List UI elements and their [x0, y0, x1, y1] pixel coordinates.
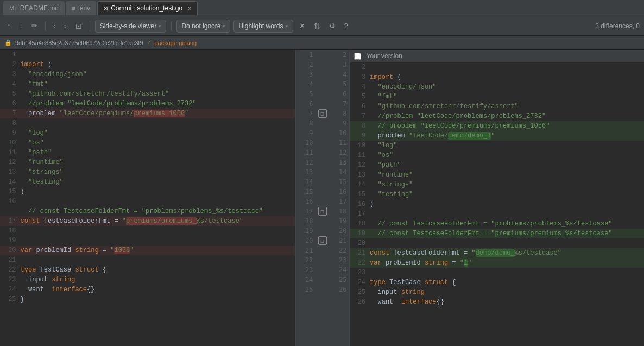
help-button[interactable]: ?	[342, 20, 351, 32]
table-row: 24type TestCase struct {	[350, 278, 645, 287]
table-row: 3import (	[350, 72, 645, 82]
chevron-icon3: ▾	[286, 23, 288, 29]
center-line: 13·14	[296, 167, 349, 177]
table-row: 11 "path"	[0, 148, 295, 158]
table-row: 11 "os"	[350, 150, 645, 160]
table-row: 14 "strings"	[350, 180, 645, 190]
center-line: 22·23	[296, 255, 349, 265]
table-row: 21	[0, 255, 295, 265]
commit-bar: 🔒 9db145a4e885c2a3775cf06972d2c21cde1ac3…	[0, 36, 644, 50]
table-row: 22var problemId string = "1"	[350, 258, 645, 268]
tab-label: .env	[78, 4, 90, 12]
check-icon: ✓	[147, 39, 151, 46]
chevron-icon2: ▾	[223, 23, 225, 29]
your-version-checkbox[interactable]	[354, 53, 361, 60]
table-row: 5 "fmt"	[350, 92, 645, 102]
tab-bar: M↓ README.md ≡ .env ⊙ Commit: solution_t…	[0, 0, 644, 16]
center-line: 1·2	[296, 50, 349, 60]
center-line: 24·25	[296, 275, 349, 285]
env-icon: ≡	[72, 5, 75, 11]
center-line-badge: 7□8	[296, 109, 349, 118]
center-line: 25·26	[296, 285, 349, 294]
commit-hash: 9db145a4e885c2a3775cf06972d2c21cde1ac3f9	[15, 40, 143, 46]
table-row: 17const TestcaseFolderFmt = "premiums/pr…	[0, 216, 295, 226]
settings-button[interactable]: ⚙	[326, 20, 338, 32]
forward-button[interactable]: ›	[61, 20, 69, 32]
table-row: 16)	[350, 199, 645, 209]
table-row: 5 "github.com/stretchr/testify/assert"	[0, 89, 295, 99]
toolbar: ↑ ↓ ✏ ‹ › ⊡ Side-by-side viewer ▾ Do not…	[0, 16, 644, 36]
table-row: 18	[0, 226, 295, 236]
viewer-label: Side-by-side viewer	[100, 22, 157, 30]
center-line: 19·20	[296, 226, 349, 236]
table-row: 19 // const TestcaseFolderFmt = "premium…	[350, 229, 645, 238]
diff-badge3[interactable]: □	[318, 236, 327, 245]
diff-badge2[interactable]: □	[318, 207, 327, 216]
center-line: 23·24	[296, 265, 349, 275]
center-line-badge: 20□21	[296, 236, 349, 246]
nav-up-button[interactable]: ↑	[4, 20, 14, 32]
table-row: 16	[0, 197, 295, 206]
table-row: 6 "github.com/stretchr/testify/assert"	[350, 102, 645, 111]
viewer-dropdown[interactable]: Side-by-side viewer ▾	[95, 20, 167, 33]
diff-badge[interactable]: □	[318, 109, 327, 118]
right-content: 2 3import ( 4 "encoding/json" 5 "fmt" 6 …	[350, 62, 645, 346]
table-row: 1	[0, 50, 295, 60]
commit-icon: ⊙	[103, 5, 108, 12]
table-row: 15 "testing"	[350, 190, 645, 199]
pencil-button[interactable]: ✏	[29, 20, 40, 32]
back-button[interactable]: ‹	[50, 20, 58, 32]
center-line: 14·15	[296, 177, 349, 187]
close-highlight-button[interactable]: ✕	[296, 20, 308, 32]
table-row: 25 input string	[350, 287, 645, 297]
table-row: 10 "os"	[0, 138, 295, 148]
center-line: 6·7	[296, 99, 349, 109]
table-row: 20var problemId string = "1056"	[0, 246, 295, 255]
separator	[45, 21, 46, 31]
table-row: 9 problem "leetCode/demo/demo_1"	[350, 131, 645, 141]
center-line: 11·12	[296, 148, 349, 158]
center-line: 4·5	[296, 79, 349, 89]
center-line: 15·16	[296, 187, 349, 197]
tab-commit[interactable]: ⊙ Commit: solution_test.go ✕	[97, 1, 198, 15]
sync-scroll-button[interactable]: ⇅	[311, 20, 323, 32]
table-row: 8 // problem "leetCode/premiums/premiums…	[350, 121, 645, 131]
ignore-dropdown[interactable]: Do not ignore ▾	[176, 20, 230, 33]
table-row: 13 "runtime"	[350, 170, 645, 180]
separator3	[171, 21, 172, 31]
tab-env[interactable]: ≡ .env	[66, 1, 96, 15]
center-line-badge: 17□18	[296, 206, 349, 216]
center-line: 3·4	[296, 70, 349, 79]
table-row: 23	[350, 268, 645, 278]
center-line: 18·19	[296, 216, 349, 226]
separator2	[90, 21, 90, 31]
right-code-table: 2 3import ( 4 "encoding/json" 5 "fmt" 6 …	[350, 62, 645, 307]
center-line: 8·9	[296, 118, 349, 128]
center-line: 10·11	[296, 138, 349, 148]
tab-readme[interactable]: M↓ README.md	[3, 1, 65, 15]
close-tab-icon[interactable]: ✕	[187, 5, 192, 11]
table-row: 10 "log"	[350, 141, 645, 150]
tab-label: Commit: solution_test.go	[111, 4, 182, 12]
chevron-icon: ▾	[159, 23, 161, 29]
highlight-dropdown[interactable]: Highlight words ▾	[233, 20, 293, 33]
tab-label: README.md	[20, 4, 59, 12]
table-row: 6 //problem "leetCode/problems/problems_…	[0, 99, 295, 109]
table-row: 18 // const TestcaseFolderFmt = "problem…	[350, 219, 645, 229]
table-row: 7 //problem "leetCode/problems/problems_…	[350, 111, 645, 121]
center-line: 21·22	[296, 246, 349, 255]
table-row: 9 "log"	[0, 128, 295, 138]
ignore-label: Do not ignore	[181, 22, 220, 30]
table-row: 7 problem "leetCode/premiums/premiums_10…	[0, 109, 295, 118]
nav-down-button[interactable]: ↓	[17, 20, 26, 32]
lock-icon: 🔒	[4, 39, 12, 46]
diff-count: 3 differences, 0	[595, 22, 640, 30]
table-row: 8	[0, 118, 295, 128]
table-row: 4 "fmt"	[0, 79, 295, 89]
refresh-button[interactable]: ⊡	[73, 20, 85, 32]
table-row: 2import (	[0, 60, 295, 70]
right-header: Your version	[350, 50, 645, 62]
table-row: 21const TestcaseFolderFmt = "demo/demo_%…	[350, 248, 645, 258]
table-row: 19	[0, 236, 295, 246]
table-row: 3 "encoding/json"	[0, 70, 295, 79]
